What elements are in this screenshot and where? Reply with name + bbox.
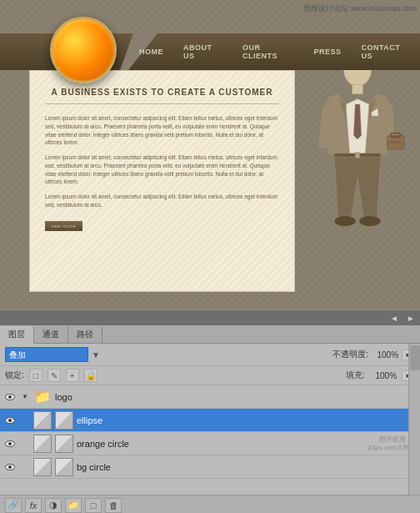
opacity-label: 不透明度: bbox=[332, 349, 368, 360]
new-layer-button[interactable]: □ bbox=[85, 498, 102, 513]
layers-panel: 图层 通道 路径 叠加 ▼ 不透明度: 100% ► 锁定: □ ✎ + 🔒 填… bbox=[0, 325, 420, 513]
opacity-value[interactable]: 100% bbox=[372, 350, 398, 360]
svg-point-6 bbox=[334, 215, 356, 226]
adjustment-button[interactable]: ◑ bbox=[45, 498, 62, 513]
lock-icon-all[interactable]: 🔒 bbox=[84, 369, 98, 382]
eye-icon-bg bbox=[5, 464, 15, 470]
scrollbar[interactable] bbox=[408, 344, 420, 495]
layer-visibility-bg[interactable] bbox=[3, 460, 17, 474]
layer-name-bg: bg circle bbox=[77, 462, 417, 472]
watermark-text: 思维设计论坛 www.missvuan.com bbox=[303, 3, 417, 14]
panel-collapse-right[interactable]: ► bbox=[405, 312, 417, 324]
layer-visibility-orange[interactable] bbox=[3, 437, 17, 450]
lock-icon-move[interactable]: + bbox=[66, 369, 79, 382]
layer-ellipse[interactable]: ellipse bbox=[0, 409, 420, 432]
layer-thumb-bg bbox=[33, 458, 52, 476]
lock-row: 锁定: □ ✎ + 🔒 填充: 100% ► bbox=[0, 366, 420, 385]
folder-button[interactable]: 📁 bbox=[65, 498, 82, 513]
tab-paths[interactable]: 路径 bbox=[68, 326, 102, 343]
layer-mask-ellipse bbox=[55, 411, 73, 430]
photoshop-panel: ◄ ► 图层 通道 路径 叠加 ▼ 不透明度: 100% ► 锁定: □ ✎ +… bbox=[0, 309, 420, 513]
blend-arrow-icon: ▼ bbox=[92, 350, 100, 360]
svg-point-7 bbox=[359, 215, 381, 226]
layer-thumb-orange bbox=[33, 435, 52, 453]
layer-logo[interactable]: ▼ 📁 logo bbox=[0, 385, 420, 409]
lock-label: 锁定: bbox=[5, 370, 24, 381]
fill-label: 填充: bbox=[346, 370, 365, 381]
layer-mask-bg bbox=[55, 458, 73, 476]
lock-icon-paint[interactable]: ✎ bbox=[48, 369, 61, 382]
layer-expand-logo[interactable]: ▼ bbox=[20, 392, 30, 402]
tab-layers[interactable]: 图层 bbox=[0, 326, 34, 344]
nav-press[interactable]: PRESS bbox=[304, 48, 352, 56]
layer-thumb-ellipse bbox=[33, 411, 52, 430]
layer-visibility-logo[interactable] bbox=[3, 390, 17, 404]
fill-value[interactable]: 100% bbox=[370, 371, 397, 380]
layer-name-ellipse: ellipse bbox=[77, 415, 417, 425]
layer-orange-circle[interactable]: orange circle 图片处理23ps.com大样网 bbox=[0, 432, 420, 455]
bottom-toolbar: 🔗 fx ◑ 📁 □ 🗑 bbox=[0, 495, 420, 513]
lock-icon-transparency[interactable]: □ bbox=[29, 369, 42, 382]
layer-mask-orange bbox=[55, 435, 73, 453]
svg-rect-9 bbox=[355, 153, 360, 158]
vintage-man-illustration bbox=[299, 46, 416, 279]
blend-mode-row: 叠加 ▼ 不透明度: 100% ► bbox=[0, 344, 420, 366]
link-button[interactable]: 🔗 bbox=[5, 498, 22, 513]
layer-name-logo: logo bbox=[55, 392, 417, 402]
tab-channels[interactable]: 通道 bbox=[34, 326, 68, 343]
panel-collapse-left[interactable]: ◄ bbox=[388, 312, 400, 324]
nav-contact[interactable]: CONTACT US bbox=[352, 43, 420, 60]
eye-icon-ellipse bbox=[5, 417, 15, 424]
layers-list: ▼ 📁 logo ellipse bbox=[0, 385, 420, 479]
delete-button[interactable]: 🗑 bbox=[105, 498, 122, 513]
blend-mode-select[interactable]: 叠加 bbox=[5, 347, 88, 362]
svg-rect-2 bbox=[352, 85, 362, 94]
nav-home[interactable]: HOME bbox=[129, 48, 173, 56]
nav-menu: HOME ABOUT US OUR CLIENTS PRESS CONTACT … bbox=[129, 33, 420, 70]
layer-bg-circle[interactable]: bg circle bbox=[0, 455, 420, 479]
website-mockup: 思维设计论坛 www.missvuan.com HOME ABOUT US OU… bbox=[0, 0, 420, 309]
eye-icon-orange bbox=[5, 440, 15, 447]
layer-visibility-ellipse[interactable] bbox=[3, 414, 17, 427]
logo-circle bbox=[50, 17, 117, 83]
tab-bar: 图层 通道 路径 bbox=[0, 325, 420, 344]
scrollbar-thumb[interactable] bbox=[410, 345, 420, 370]
nav-clients[interactable]: OUR CLIENTS bbox=[232, 43, 303, 60]
panel-titlebar: ◄ ► bbox=[0, 310, 420, 325]
layer-thumb-logo: 📁 bbox=[33, 388, 52, 406]
fx-button[interactable]: fx bbox=[25, 498, 42, 513]
layer-name-orange: orange circle bbox=[77, 439, 364, 449]
eye-icon-logo bbox=[5, 394, 15, 400]
nav-about[interactable]: ABOUT US bbox=[173, 43, 232, 60]
